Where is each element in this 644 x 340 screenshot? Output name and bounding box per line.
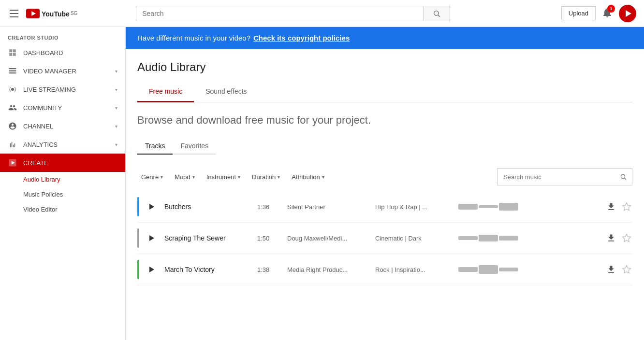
search-music-input[interactable] — [498, 169, 615, 185]
sidebar-item-community[interactable]: COMMUNITY ▾ — [0, 99, 125, 117]
hamburger-menu[interactable] — [8, 8, 20, 19]
sidebar-sub-item-audio-library[interactable]: Audio Library — [0, 172, 125, 187]
track-name: March To Victory — [164, 266, 251, 273]
svg-rect-7 — [9, 72, 16, 73]
svg-rect-6 — [9, 71, 16, 71]
svg-point-3 — [434, 11, 439, 15]
search-button[interactable] — [423, 6, 450, 21]
track-waveform — [458, 264, 600, 275]
genre-label: Genre — [141, 173, 159, 181]
sidebar-item-live-streaming[interactable]: LIVE STREAMING ▾ — [0, 80, 125, 99]
download-button[interactable] — [605, 201, 617, 212]
tabs-container: Free music Sound effects — [137, 82, 632, 102]
tab-sound-effects[interactable]: Sound effects — [194, 82, 258, 102]
filter-instrument[interactable]: Instrument ▾ — [203, 171, 244, 183]
main-layout: CREATOR STUDIO DASHBOARD VIDEO MANAGER ▾… — [0, 27, 644, 340]
mood-label: Mood — [175, 173, 190, 181]
play-icon — [149, 235, 154, 241]
track-artist: Media Right Produc... — [287, 266, 369, 273]
nav-actions: Upload 1 — [561, 5, 636, 22]
filter-tab-tracks[interactable]: Tracks — [137, 138, 173, 155]
track-actions — [605, 232, 632, 244]
sidebar-item-video-manager[interactable]: VIDEO MANAGER ▾ — [0, 62, 125, 80]
page-content: Audio Library Free music Sound effects B… — [126, 49, 644, 285]
youtube-profile-icon[interactable] — [619, 5, 636, 22]
channel-chevron: ▾ — [115, 124, 117, 129]
svg-line-12 — [625, 178, 626, 180]
notifications-button[interactable]: 1 — [601, 7, 613, 20]
dashboard-icon — [8, 48, 17, 57]
waveform-segment — [499, 268, 518, 271]
search-input[interactable] — [136, 6, 423, 21]
sidebar-sub-item-video-editor[interactable]: Video Editor — [0, 202, 125, 217]
logo-suffix: SG — [71, 11, 77, 16]
sidebar-item-dashboard[interactable]: DASHBOARD — [0, 43, 125, 62]
waveform-segment — [499, 236, 518, 241]
analytics-chevron: ▾ — [115, 142, 117, 147]
create-label: CREATE — [23, 159, 48, 167]
play-icon — [149, 204, 154, 210]
search-music-button[interactable] — [615, 169, 632, 185]
track-play-button[interactable] — [145, 200, 159, 213]
analytics-icon — [8, 140, 17, 149]
upload-button[interactable]: Upload — [561, 6, 596, 20]
community-label: COMMUNITY — [23, 104, 62, 112]
sidebar-item-channel[interactable]: CHANNEL ▾ — [0, 117, 125, 135]
search-music-icon — [620, 173, 627, 180]
filter-duration[interactable]: Duration ▾ — [248, 171, 284, 183]
search-icon — [433, 10, 440, 17]
youtube-logo: YouTube — [26, 9, 70, 18]
banner-text: Have different music in your video? — [137, 34, 250, 42]
live-streaming-chevron: ▾ — [115, 87, 117, 92]
download-button[interactable] — [605, 264, 617, 275]
waveform-segment — [458, 204, 478, 210]
attribution-chevron: ▾ — [322, 174, 324, 180]
track-genre: Rock | Inspiratio... — [375, 266, 453, 273]
live-streaming-label: LIVE STREAMING — [23, 86, 76, 93]
community-chevron: ▾ — [115, 105, 117, 111]
track-artist: Silent Partner — [287, 203, 369, 211]
track-row: Scraping The Sewer 1:50 Doug Maxwell/Med… — [137, 223, 632, 254]
sidebar-item-create[interactable]: CREATE — [0, 154, 125, 172]
waveform-segment — [499, 203, 518, 211]
track-color-bar — [137, 228, 139, 248]
download-button[interactable] — [605, 232, 617, 244]
video-manager-label: VIDEO MANAGER — [23, 68, 76, 75]
tab-free-music[interactable]: Free music — [137, 82, 194, 102]
waveform-bars — [458, 201, 518, 212]
track-duration: 1:50 — [257, 235, 281, 242]
sidebar-sub-item-music-policies[interactable]: Music Policies — [0, 187, 125, 202]
track-waveform — [458, 201, 600, 212]
genre-chevron: ▾ — [161, 174, 163, 180]
track-name: Butchers — [164, 203, 251, 211]
video-manager-icon — [8, 67, 17, 75]
track-play-button[interactable] — [145, 231, 159, 245]
sidebar-section-label: CREATOR STUDIO — [0, 27, 125, 43]
analytics-label: ANALYTICS — [23, 141, 58, 148]
track-row: March To Victory 1:38 Media Right Produc… — [137, 254, 632, 285]
favorite-button[interactable] — [621, 201, 632, 212]
favorite-button[interactable] — [621, 264, 632, 275]
filter-attribution[interactable]: Attribution ▾ — [288, 171, 328, 183]
favorite-button[interactable] — [621, 232, 632, 244]
create-icon — [8, 158, 17, 167]
content-area: Have different music in your video? Chec… — [126, 27, 644, 340]
track-play-button[interactable] — [145, 263, 159, 276]
svg-marker-14 — [623, 234, 631, 242]
track-waveform — [458, 232, 600, 244]
track-artist: Doug Maxwell/Medi... — [287, 235, 369, 242]
logo-area[interactable]: YouTube SG — [26, 9, 77, 18]
track-list: Butchers 1:36 Silent Partner Hip Hop & R… — [137, 191, 632, 285]
filter-tab-favorites[interactable]: Favorites — [173, 138, 216, 155]
banner: Have different music in your video? Chec… — [126, 27, 644, 49]
search-area — [136, 6, 450, 21]
search-music-container — [497, 168, 632, 185]
sidebar: CREATOR STUDIO DASHBOARD VIDEO MANAGER ▾… — [0, 27, 126, 340]
waveform-bars — [458, 264, 518, 275]
notification-badge: 1 — [607, 5, 615, 13]
banner-link[interactable]: Check its copyright policies — [253, 34, 350, 42]
sidebar-item-analytics[interactable]: ANALYTICS ▾ — [0, 135, 125, 154]
filter-genre[interactable]: Genre ▾ — [137, 171, 167, 183]
filter-mood[interactable]: Mood ▾ — [171, 171, 199, 183]
track-genre: Cinematic | Dark — [375, 235, 453, 242]
